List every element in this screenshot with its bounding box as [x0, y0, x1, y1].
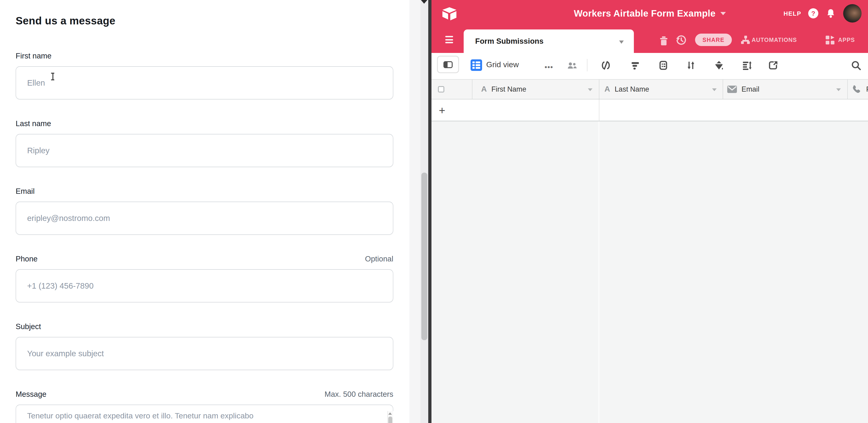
add-record-row[interactable]: +	[431, 99, 868, 121]
last-name-group: Last name	[16, 119, 393, 167]
airtable-tabbar: Form Submissions SHARE	[431, 27, 868, 53]
table-tab-caret-icon[interactable]	[619, 40, 624, 44]
phone-group: Phone Optional	[16, 254, 393, 302]
textarea-scrollbar[interactable]	[387, 411, 393, 423]
user-avatar[interactable]	[843, 4, 862, 23]
apps-icon[interactable]	[825, 27, 835, 53]
apps-button[interactable]: APPS	[838, 37, 855, 43]
empty-grid-background	[431, 121, 868, 423]
tables-menu-icon[interactable]	[445, 36, 453, 43]
hide-fields-icon[interactable]	[600, 60, 611, 71]
message-group: Message Max. 500 characters	[16, 390, 393, 423]
first-name-input[interactable]	[16, 66, 393, 99]
screenshot-stage: Send us a message First name Last name E…	[0, 0, 868, 423]
share-view-icon[interactable]	[768, 60, 779, 71]
subject-group: Subject	[16, 322, 393, 370]
column-header-email[interactable]: Email	[727, 80, 760, 99]
email-field[interactable]	[16, 202, 393, 235]
contact-form-pane: Send us a message First name Last name E…	[0, 0, 409, 423]
grid-view-icon[interactable]	[471, 59, 482, 71]
message-label: Message	[16, 390, 46, 399]
text-cursor-ibeam	[51, 73, 55, 81]
select-all-checkbox[interactable]	[438, 80, 444, 99]
color-icon[interactable]	[713, 60, 724, 71]
search-icon[interactable]	[850, 60, 862, 71]
first-name-group: First name	[16, 52, 393, 99]
email-group: Email	[16, 187, 393, 235]
first-name-column-caret-icon[interactable]	[588, 88, 592, 91]
view-more-icon[interactable]: •••	[545, 63, 553, 71]
scrollbar-up-arrow-icon[interactable]	[388, 413, 392, 415]
email-column-caret-icon[interactable]	[836, 88, 841, 91]
left-window-edge-gutter	[409, 0, 421, 423]
subject-input[interactable]	[16, 337, 393, 370]
row-height-icon[interactable]	[742, 60, 752, 71]
collapse-sidebar-button[interactable]	[437, 56, 459, 73]
column-header-last-name[interactable]: A Last Name	[604, 80, 649, 99]
last-name-column-caret-icon[interactable]	[712, 88, 717, 91]
phone-label: Phone	[16, 254, 37, 263]
sort-icon[interactable]	[685, 60, 696, 71]
column-header-phone[interactable]: P	[851, 80, 868, 99]
airtable-window: Workers Airtable Form Example HELP ? For…	[431, 0, 868, 423]
single-line-text-icon: A	[481, 85, 487, 94]
view-name[interactable]: Grid view	[486, 60, 519, 69]
first-name-label: First name	[16, 52, 52, 60]
email-envelope-icon	[727, 86, 737, 93]
table-name: Form Submissions	[475, 37, 544, 46]
question-mark-button[interactable]: ?	[808, 8, 818, 19]
share-button[interactable]: SHARE	[695, 34, 732, 46]
frozen-column-divider	[598, 122, 599, 423]
phone-icon	[851, 84, 862, 94]
collaborators-icon[interactable]	[567, 60, 578, 71]
history-icon[interactable]	[676, 27, 687, 53]
grid-area: A First Name A Last Name Email	[431, 77, 868, 423]
add-record-plus-icon[interactable]: +	[439, 104, 445, 117]
notifications-bell-icon[interactable]	[825, 8, 836, 19]
view-toolbar: Grid view •••	[431, 53, 868, 77]
single-line-text-icon: A	[604, 85, 610, 94]
help-button[interactable]: HELP	[783, 10, 801, 17]
column-header-row: A First Name A Last Name Email	[431, 79, 868, 99]
group-icon[interactable]	[658, 60, 669, 71]
message-textarea[interactable]	[16, 404, 393, 423]
phone-field[interactable]	[16, 269, 393, 302]
trash-icon[interactable]	[659, 27, 669, 53]
frozen-column-divider	[599, 99, 599, 121]
toolbar-divider	[587, 59, 587, 71]
base-title-caret-icon[interactable]	[720, 12, 725, 15]
base-title[interactable]: Workers Airtable Form Example	[574, 8, 715, 19]
page-scrollbar-thumb[interactable]	[421, 173, 427, 340]
tab-form-submissions[interactable]: Form Submissions	[464, 29, 634, 53]
filter-icon[interactable]	[630, 60, 641, 71]
window-divider-handle	[421, 0, 427, 4]
last-name-label: Last name	[16, 119, 51, 128]
last-name-input[interactable]	[16, 134, 393, 167]
phone-optional-note: Optional	[365, 254, 393, 263]
subject-label: Subject	[16, 322, 41, 331]
airtable-topbar: Workers Airtable Form Example HELP ?	[431, 0, 868, 27]
window-divider	[428, 0, 431, 423]
column-header-first-name[interactable]: A First Name	[481, 80, 526, 99]
email-label: Email	[16, 187, 35, 195]
form-title: Send us a message	[16, 15, 116, 27]
automations-icon[interactable]	[741, 27, 751, 53]
textarea-scrollbar-thumb[interactable]	[388, 417, 392, 423]
sidebar-toggle-icon	[443, 61, 453, 68]
message-maxchars-note: Max. 500 characters	[324, 390, 393, 399]
automations-button[interactable]: AUTOMATIONS	[752, 37, 797, 43]
